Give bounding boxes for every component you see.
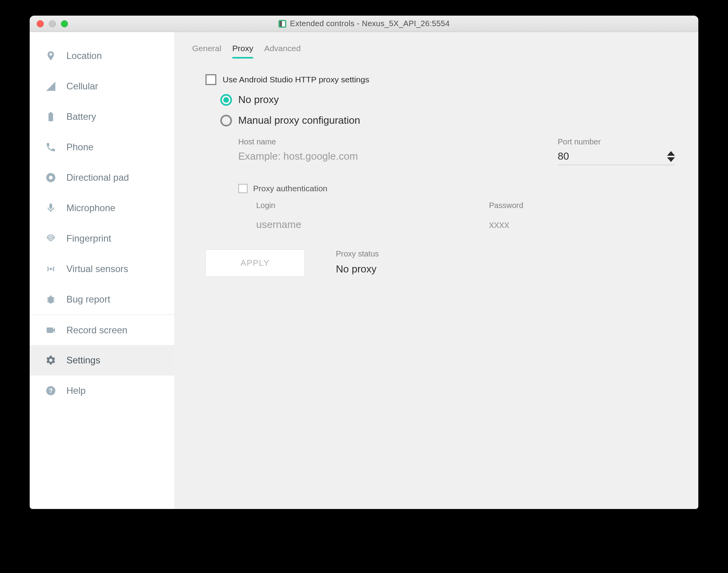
login-label: Login — [256, 201, 442, 210]
proxy-auth-block: Proxy authentication Login Password user… — [238, 184, 675, 231]
manual-proxy-label: Manual proxy configuration — [238, 114, 360, 126]
svg-point-2 — [50, 268, 52, 270]
sidebar-item-cellular[interactable]: Cellular — [30, 71, 174, 101]
manual-proxy-radio[interactable] — [220, 115, 232, 126]
port-stepper-up[interactable] — [667, 151, 675, 156]
port-label: Port number — [558, 137, 675, 146]
phone-icon — [45, 142, 57, 153]
proxy-credentials-grid: Login Password username xxxx — [256, 201, 675, 231]
password-input[interactable]: xxxx — [489, 219, 675, 231]
video-camera-icon — [45, 325, 57, 336]
sidebar-item-help[interactable]: ? Help — [30, 375, 174, 406]
host-label: Host name — [238, 137, 542, 146]
sidebar: Location Cellular Battery Phone — [30, 32, 174, 509]
sidebar-item-settings[interactable]: Settings — [30, 345, 174, 375]
fingerprint-icon — [45, 233, 57, 244]
host-field: Host name Example: host.google.com — [238, 137, 542, 165]
sidebar-item-bug-report[interactable]: Bug report — [30, 284, 174, 315]
settings-tabs: General Proxy Advanced — [192, 44, 675, 59]
sidebar-item-phone[interactable]: Phone — [30, 132, 174, 162]
sidebar-item-label: Fingerprint — [66, 233, 111, 244]
sidebar-item-label: Help — [66, 385, 86, 396]
window-minimize-button[interactable] — [49, 20, 56, 27]
dpad-icon — [45, 172, 57, 183]
manual-proxy-row: Manual proxy configuration — [220, 114, 675, 126]
sidebar-item-location[interactable]: Location — [30, 41, 174, 71]
sidebar-item-battery[interactable]: Battery — [30, 101, 174, 132]
use-android-studio-proxy-checkbox[interactable] — [205, 74, 216, 85]
sensors-icon — [45, 263, 57, 274]
port-input[interactable]: 80 — [558, 150, 569, 162]
no-proxy-label: No proxy — [238, 94, 279, 106]
sidebar-item-label: Record screen — [66, 325, 127, 336]
sidebar-item-microphone[interactable]: Microphone — [30, 193, 174, 223]
titlebar: Extended controls - Nexus_5X_API_26:5554 — [30, 16, 698, 32]
proxy-status-label: Proxy status — [336, 249, 379, 258]
login-input[interactable]: username — [256, 219, 442, 231]
port-stepper-down[interactable] — [667, 157, 675, 162]
proxy-auth-row: Proxy authentication — [238, 184, 675, 193]
emulator-app-icon — [278, 20, 286, 28]
proxy-status-block: Proxy status No proxy — [336, 249, 379, 275]
svg-point-1 — [49, 176, 52, 179]
tab-advanced[interactable]: Advanced — [264, 44, 300, 59]
svg-text:?: ? — [49, 387, 53, 394]
proxy-auth-checkbox[interactable] — [238, 184, 248, 193]
password-label: Password — [489, 201, 675, 210]
no-proxy-radio[interactable] — [220, 94, 232, 106]
proxy-auth-label: Proxy authentication — [253, 184, 327, 193]
microphone-icon — [45, 203, 57, 214]
host-input[interactable]: Example: host.google.com — [238, 150, 542, 162]
port-spinner — [667, 151, 675, 162]
battery-icon — [45, 111, 57, 122]
apply-button[interactable]: APPLY — [205, 249, 305, 277]
window-maximize-button[interactable] — [61, 20, 68, 27]
sidebar-item-label: Directional pad — [66, 172, 129, 183]
sidebar-item-label: Microphone — [66, 203, 115, 214]
sidebar-item-fingerprint[interactable]: Fingerprint — [30, 223, 174, 254]
tab-general[interactable]: General — [192, 44, 221, 59]
proxy-status-value: No proxy — [336, 263, 379, 275]
apply-status-row: APPLY Proxy status No proxy — [205, 249, 675, 277]
sidebar-item-directional-pad[interactable]: Directional pad — [30, 162, 174, 193]
no-proxy-row: No proxy — [220, 94, 675, 106]
sidebar-item-label: Battery — [66, 111, 96, 122]
main-content: General Proxy Advanced Use Android Studi… — [174, 32, 698, 509]
port-input-row: 80 — [558, 150, 675, 165]
sidebar-item-virtual-sensors[interactable]: Virtual sensors — [30, 254, 174, 284]
proxy-host-port-grid: Host name Example: host.google.com Port … — [238, 137, 675, 165]
cellular-signal-icon — [45, 81, 57, 92]
window-close-button[interactable] — [37, 20, 44, 27]
sidebar-item-label: Virtual sensors — [66, 263, 128, 274]
use-android-studio-proxy-label: Use Android Studio HTTP proxy settings — [223, 75, 369, 84]
sidebar-item-label: Phone — [66, 142, 93, 153]
traffic-lights — [30, 20, 68, 27]
extended-controls-window: Extended controls - Nexus_5X_API_26:5554… — [30, 16, 698, 509]
gear-icon — [45, 355, 57, 366]
tab-proxy[interactable]: Proxy — [232, 44, 253, 59]
help-icon: ? — [45, 385, 57, 396]
bug-icon — [45, 294, 57, 305]
location-pin-icon — [45, 50, 57, 61]
sidebar-item-label: Bug report — [66, 294, 110, 305]
sidebar-item-label: Location — [66, 50, 102, 61]
sidebar-item-record-screen[interactable]: Record screen — [30, 315, 174, 345]
use-android-studio-proxy-row: Use Android Studio HTTP proxy settings — [205, 74, 675, 85]
sidebar-item-label: Settings — [66, 355, 100, 366]
port-field: Port number 80 — [558, 137, 675, 165]
window-title: Extended controls - Nexus_5X_API_26:5554 — [290, 19, 450, 28]
sidebar-item-label: Cellular — [66, 81, 98, 92]
